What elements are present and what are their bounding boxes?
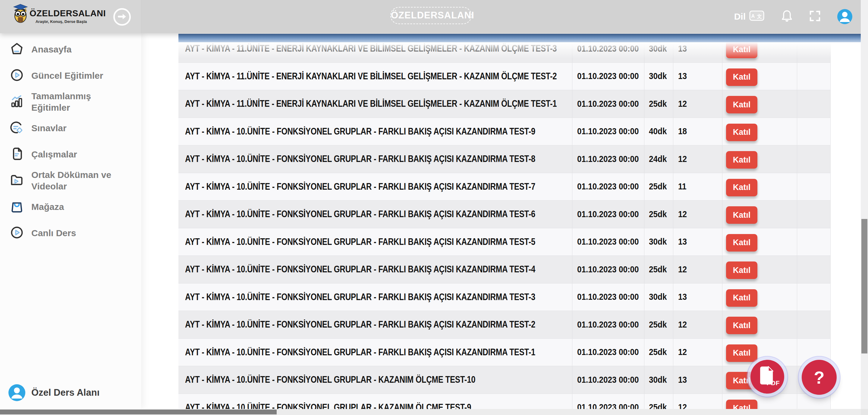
page-title: ÖZELDERSALANI	[390, 7, 472, 24]
test-action-cell: Katıl	[722, 145, 797, 173]
test-name: AYT - KİMYA - 10.ÜNİTE - FONKSİYONEL GRU…	[179, 394, 572, 409]
test-date-text: 01.10.2023 00:00	[577, 292, 639, 302]
test-question-count: 12	[673, 256, 722, 283]
owl-logo-icon	[13, 4, 28, 26]
test-question-count-text: 12	[678, 154, 687, 164]
sidebar-item-label: Canlı Ders	[31, 228, 76, 239]
test-question-count: 12	[673, 339, 722, 366]
test-name-text: AYT - KİMYA - 10.ÜNİTE - FONKSİYONEL GRU…	[185, 319, 535, 330]
table-row: AYT - KİMYA - 10.ÜNİTE - FONKSİYONEL GRU…	[179, 256, 831, 284]
horizontal-scrollbar-thumb[interactable]	[0, 410, 277, 414]
katil-button[interactable]: Katıl	[726, 68, 757, 86]
test-duration-text: 40dk	[649, 126, 667, 136]
sidebar-item-ortak-dokuman-ve-videolar[interactable]: Ortak Döküman ve Videolar	[0, 168, 141, 194]
katil-button[interactable]: Katıl	[726, 151, 757, 169]
test-duration-text: 30dk	[649, 292, 667, 302]
vertical-scrollbar	[861, 0, 868, 415]
test-duration-text: 30dk	[649, 71, 667, 81]
fullscreen-icon[interactable]	[809, 10, 820, 23]
scrollbar-corner	[861, 409, 868, 415]
katil-button[interactable]: Katıl	[726, 345, 757, 362]
katil-button[interactable]: Katıl	[726, 262, 757, 279]
sidebar-item-tamamlanmis-egitimler[interactable]: Tamamlanmış Eğitimler	[0, 89, 141, 115]
katil-button[interactable]: Katıl	[726, 179, 757, 196]
vertical-scrollbar-thumb[interactable]	[861, 219, 867, 353]
test-date: 01.10.2023 00:00	[572, 394, 644, 409]
pdf-icon: PDF	[757, 366, 778, 387]
test-name: AYT - KİMYA - 10.ÜNİTE - FONKSİYONEL GRU…	[179, 228, 572, 256]
test-date-text: 01.10.2023 00:00	[577, 44, 639, 54]
sidebar-item-calismalar[interactable]: Çalışmalar	[0, 141, 141, 168]
user-avatar[interactable]	[837, 9, 852, 24]
test-action-cell: Katıl	[722, 118, 797, 145]
notifications-bell-icon[interactable]	[781, 10, 793, 24]
app-window: ÖZELDERSALANI Araştır, Konuş, Derse Başl…	[0, 0, 868, 415]
test-question-count-text: 12	[678, 347, 687, 357]
katil-button[interactable]: Katıl	[726, 41, 757, 58]
test-question-count: 13	[673, 366, 722, 393]
test-duration-text: 25dk	[649, 402, 667, 409]
table-row: AYT - KİMYA - 10.ÜNİTE - FONKSİYONEL GRU…	[179, 366, 831, 394]
test-question-count-text: 13	[678, 237, 687, 247]
katil-button[interactable]: Katıl	[726, 234, 757, 251]
sidebar-item-magaza[interactable]: Mağaza	[0, 194, 141, 220]
test-date: 01.10.2023 00:00	[572, 284, 644, 311]
sidebar-item-canli-ders[interactable]: Canlı Ders	[0, 220, 141, 246]
katil-button[interactable]: Katıl	[726, 317, 757, 334]
test-name-text: AYT - KİMYA - 11.ÜNİTE - ENERJİ KAYNAKLA…	[185, 98, 557, 109]
sidebar-item-label: Sınavlar	[31, 122, 67, 134]
test-date: 01.10.2023 00:00	[572, 173, 644, 201]
test-name: AYT - KİMYA - 10.ÜNİTE - FONKSİYONEL GRU…	[179, 201, 572, 228]
table-row: AYT - KİMYA - 10.ÜNİTE - FONKSİYONEL GRU…	[179, 394, 831, 409]
sidebar-item-sinavlar[interactable]: Sınavlar	[0, 115, 141, 141]
test-duration-text: 30dk	[649, 237, 667, 247]
test-name: AYT - KİMYA - 10.ÜNİTE - FONKSİYONEL GRU…	[179, 118, 572, 145]
empty-cell	[797, 284, 831, 311]
empty-cell	[797, 256, 831, 283]
test-date: 01.10.2023 00:00	[572, 311, 644, 338]
test-name-text: AYT - KİMYA - 10.ÜNİTE - FONKSİYONEL GRU…	[185, 374, 475, 385]
language-button[interactable]: Dil A 文	[734, 10, 764, 23]
pdf-export-button[interactable]: PDF	[750, 360, 784, 393]
sidebar-collapse-button[interactable]	[113, 8, 131, 26]
test-name: AYT - KİMYA - 10.ÜNİTE - FONKSİYONEL GRU…	[179, 145, 572, 173]
test-question-count-text: 12	[678, 320, 687, 330]
sidebar-item-label: Tamamlanmış Eğitimler	[31, 90, 122, 113]
katil-button[interactable]: Katıl	[726, 289, 757, 307]
test-date-text: 01.10.2023 00:00	[577, 402, 639, 409]
test-date: 01.10.2023 00:00	[572, 228, 644, 256]
katil-button[interactable]: Katıl	[726, 96, 757, 113]
test-date: 01.10.2023 00:00	[572, 366, 644, 393]
empty-cell	[797, 201, 831, 228]
test-duration: 25dk	[644, 339, 673, 366]
test-name-text: AYT - KİMYA - 11.ÜNİTE - ENERJİ KAYNAKLA…	[185, 71, 557, 82]
exam-pencil-icon	[10, 121, 24, 136]
sidebar-item-guncel-egitimler[interactable]: Güncel Eğitimler	[0, 62, 141, 89]
test-date: 01.10.2023 00:00	[572, 256, 644, 283]
folder-video-icon	[10, 173, 24, 188]
test-name-text: AYT - KİMYA - 10.ÜNİTE - FONKSİYONEL GRU…	[185, 264, 535, 275]
test-date-text: 01.10.2023 00:00	[577, 320, 639, 330]
test-duration-text: 25dk	[649, 99, 667, 109]
test-question-count-text: 12	[678, 209, 687, 219]
table-header-edge	[179, 34, 861, 42]
test-date-text: 01.10.2023 00:00	[577, 237, 639, 247]
test-name-text: AYT - KİMYA - 10.ÜNİTE - FONKSİYONEL GRU…	[185, 126, 535, 137]
profile-avatar	[8, 384, 25, 401]
sidebar-item-anasayfa[interactable]: Anasayfa	[0, 36, 141, 62]
test-question-count-text: 13	[678, 71, 687, 81]
test-date-text: 01.10.2023 00:00	[577, 347, 639, 357]
katil-button[interactable]: Katıl	[726, 206, 757, 224]
home-icon	[10, 42, 24, 57]
svg-text:A: A	[751, 13, 755, 19]
help-button[interactable]: ?	[802, 360, 837, 395]
katil-button[interactable]: Katıl	[726, 399, 757, 409]
test-name-text: AYT - KİMYA - 10.ÜNİTE - FONKSİYONEL GRU…	[185, 402, 471, 409]
empty-cell	[797, 118, 831, 145]
document-icon	[10, 147, 24, 162]
test-name-text: AYT - KİMYA - 10.ÜNİTE - FONKSİYONEL GRU…	[185, 236, 535, 247]
katil-button[interactable]: Katıl	[726, 124, 757, 141]
test-date-text: 01.10.2023 00:00	[577, 99, 639, 109]
test-name: AYT - KİMYA - 11.ÜNİTE - ENERJİ KAYNAKLA…	[179, 90, 572, 118]
sidebar-footer[interactable]: Özel Ders Alanı	[0, 384, 141, 401]
